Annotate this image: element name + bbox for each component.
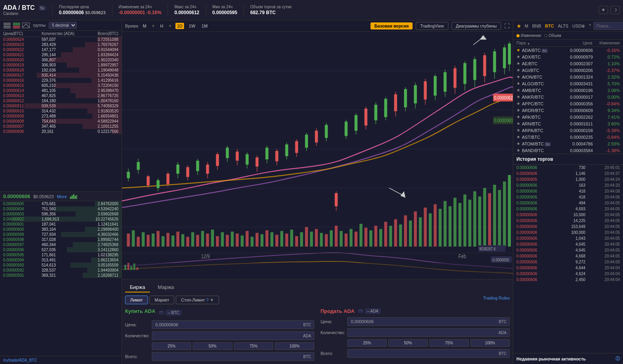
buy-order-row[interactable]: 0.00000591 369,321 2.18268711 bbox=[0, 273, 122, 278]
pair-star-icon[interactable]: ★ bbox=[516, 114, 520, 119]
ob-view-icon-1[interactable] bbox=[3, 22, 11, 29]
tradingview-btn[interactable]: TradingView bbox=[416, 22, 448, 30]
sell-order-row[interactable]: 0.00000613 467,825 2.86776725 bbox=[0, 93, 122, 98]
sell-25-btn[interactable]: 25% bbox=[347, 339, 387, 347]
pair-star-icon[interactable]: ★ bbox=[516, 61, 520, 66]
pair-list-item[interactable]: ★ AST/BTC 0.00000235 -0.84% bbox=[513, 134, 623, 140]
buy-order-row[interactable]: 0.00000596 527,035 3.14112860 bbox=[0, 247, 122, 252]
interval-m-btn[interactable]: М bbox=[141, 23, 148, 29]
sell-order-row[interactable]: 0.00000622 147,177 0.91544094 bbox=[0, 47, 122, 52]
pair-list-item[interactable]: ★ AMB/BTC 0.00000196 2.08% bbox=[513, 87, 623, 94]
pair-list-item[interactable]: ★ ANKR/BTC 0.00000017 0.00% bbox=[513, 94, 623, 100]
pair-list-item[interactable]: ★ ADA/BTC5x 0.00000606 -0.16% bbox=[513, 47, 623, 53]
pair-list-item[interactable]: ★ AGI/BTC 0.00000206 -2.37% bbox=[513, 67, 623, 74]
buy-order-row[interactable]: 0.00000598 317,028 1.89582744 bbox=[0, 237, 122, 242]
pair-star-icon[interactable]: ★ bbox=[516, 121, 520, 126]
favorites-star-icon[interactable]: ★ bbox=[516, 23, 522, 29]
buy-order-row[interactable]: 0.00000592 328,537 1.94493904 bbox=[0, 268, 122, 273]
change-radio[interactable]: Изменение bbox=[516, 33, 541, 38]
sell-order-row[interactable]: 0.00000618 192,636 1.19049048 bbox=[0, 68, 122, 73]
buy-order-row[interactable]: 0.00000597 460,344 2.74825368 bbox=[0, 242, 122, 247]
market-usd-btn[interactable]: USD⊕ bbox=[571, 23, 586, 29]
buy-order-row[interactable]: 0.00000605 470,681 2.84762005 bbox=[0, 201, 122, 206]
pair-list-item[interactable]: ★ APPC/BTC 0.00000356 -0.84% bbox=[513, 100, 623, 107]
buy-75-btn[interactable]: 75% bbox=[234, 342, 273, 350]
buy-total-input[interactable] bbox=[152, 352, 314, 361]
pair-star-icon[interactable]: ★ bbox=[516, 134, 520, 140]
trading-rules-link[interactable]: Trading Rules bbox=[483, 296, 510, 304]
interval-1d-btn[interactable]: 1D bbox=[175, 23, 184, 29]
book-bottom-link[interactable]: /ru/trade/ADA_BTC bbox=[0, 356, 122, 364]
buy-qty-input[interactable] bbox=[152, 331, 314, 340]
buy-order-row[interactable]: 0.00000595 171,661 1.02138295 bbox=[0, 252, 122, 257]
buy-100-btn[interactable]: 100% bbox=[275, 342, 314, 350]
bottom-link[interactable]: /ru/trade/ADA_BTC bbox=[3, 358, 37, 362]
pair-star-icon[interactable]: ★ bbox=[516, 101, 520, 106]
buy-25-btn[interactable]: 25% bbox=[152, 342, 191, 350]
ob-view-icon-3[interactable] bbox=[22, 22, 30, 29]
sell-order-row[interactable]: 0.00000615 605,210 3.72204150 bbox=[0, 83, 122, 88]
sell-75-btn[interactable]: 75% bbox=[429, 339, 469, 347]
sell-order-row[interactable]: 0.00000617 835,414 5.15450438 bbox=[0, 73, 122, 78]
sell-order-row[interactable]: 0.00000608 754,643 4.58822944 bbox=[0, 119, 122, 124]
sell-order-row[interactable]: 0.00000616 229,376 1.41295616 bbox=[0, 78, 122, 83]
sun-icon-btn[interactable]: ☀ bbox=[599, 6, 608, 14]
ob-view-icon-2[interactable] bbox=[13, 22, 20, 29]
market-m-btn[interactable]: M bbox=[523, 23, 530, 29]
sell-order-row[interactable]: 0.00000612 164,180 1.00478160 bbox=[0, 98, 122, 103]
pair-list-item[interactable]: ★ AION/BTC 0.00001324 2.32% bbox=[513, 74, 623, 80]
sell-50-btn[interactable]: 50% bbox=[388, 339, 428, 347]
buy-order-row[interactable]: 0.00000604 751,560 4.53942240 bbox=[0, 206, 122, 211]
pair-star-icon[interactable]: ★ bbox=[516, 141, 520, 146]
margin-tab[interactable]: Маржа bbox=[153, 283, 179, 292]
sell-price-input[interactable] bbox=[347, 317, 510, 326]
limit-order-btn[interactable]: Лимит bbox=[125, 296, 148, 304]
sell-order-row[interactable]: 0.00000620 306,807 1.90220340 bbox=[0, 57, 122, 63]
market-activity-info-icon[interactable]: ⓘ bbox=[616, 356, 620, 362]
basic-view-btn[interactable]: Базовая версия bbox=[370, 22, 413, 29]
buy-order-row[interactable]: 0.00000602 1,698,913 10.22745626 bbox=[0, 217, 122, 222]
pair-list-item[interactable]: ★ ADX/BTC 0.00000979 0.72% bbox=[513, 53, 623, 60]
market-order-btn[interactable]: Маркет bbox=[149, 296, 174, 304]
pair-list-item[interactable]: ★ ARDR/BTC 0.00000609 9.34% bbox=[513, 107, 623, 114]
sell-qty-input[interactable] bbox=[347, 328, 510, 337]
market-alts-btn[interactable]: ALTS bbox=[556, 23, 570, 29]
sell-order-row[interactable]: 0.00000610 314,432 1.91803520 bbox=[0, 108, 122, 114]
buy-price-input[interactable] bbox=[152, 320, 314, 329]
sell-order-row[interactable]: 0.00000607 347,465 2.10911255 bbox=[0, 124, 122, 129]
pair-star-icon[interactable]: ★ bbox=[516, 48, 520, 53]
pair-search-input[interactable] bbox=[594, 22, 623, 30]
buy-order-row[interactable]: 0.00000603 596,356 3.59602668 bbox=[0, 211, 122, 217]
pair-star-icon[interactable]: ★ bbox=[516, 108, 520, 113]
sell-total-input[interactable] bbox=[347, 349, 510, 358]
buy-order-row[interactable]: 0.00000594 313,491 1.86213654 bbox=[0, 257, 122, 263]
buy-order-row[interactable]: 0.00000601 187,041 1.12411641 bbox=[0, 222, 122, 227]
pair-star-icon[interactable]: ★ bbox=[516, 74, 520, 79]
sell-order-row[interactable]: 0.00000606 20,161 0.12217566 bbox=[0, 129, 122, 134]
buy-50-btn[interactable]: 50% bbox=[193, 342, 232, 350]
pair-star-icon[interactable]: ★ bbox=[516, 54, 520, 59]
market-btc-btn[interactable]: BTC bbox=[544, 23, 556, 29]
pair-list-item[interactable]: ★ ARK/BTC 0.00002262 7.41% bbox=[513, 114, 623, 120]
market-bnb-btn[interactable]: BNB bbox=[531, 23, 543, 29]
pair-star-icon[interactable]: ★ bbox=[516, 148, 520, 153]
pair-star-icon[interactable]: ★ bbox=[516, 81, 520, 86]
sell-order-row[interactable]: 0.00000614 481,105 2.95398470 bbox=[0, 88, 122, 93]
pair-col-header[interactable]: Пара ▲ bbox=[516, 41, 558, 45]
pair-list-item[interactable]: ★ ATOM/BTC5x 0.0004786 2.59% bbox=[513, 140, 623, 147]
buy-order-row[interactable]: 0.00000599 727,934 4.36032466 bbox=[0, 232, 122, 237]
pair-list-item[interactable]: ★ ARPA/BTC 0.00000158 -5.39% bbox=[513, 127, 623, 134]
pair-list-item[interactable]: ★ AE/BTC 0.00002307 1.10% bbox=[513, 60, 623, 67]
sell-order-row[interactable]: 0.00000619 306,903 1.89972957 bbox=[0, 63, 122, 68]
depth-chart-btn[interactable]: Диаграммы глубины bbox=[452, 22, 501, 30]
pair-list-item[interactable]: ★ ALGO/BTC 0.00003431 5.70% bbox=[513, 80, 623, 87]
moon-icon-btn[interactable]: ☽ bbox=[610, 6, 620, 14]
pair-star-icon[interactable]: ★ bbox=[516, 128, 520, 133]
pair-star-icon[interactable]: ★ bbox=[516, 94, 520, 99]
interval-h-btn[interactable]: Н bbox=[159, 23, 165, 29]
pair-list-item[interactable]: ★ BAND/BTC 0.00003584 -1.38% bbox=[513, 147, 623, 154]
more-link[interactable]: More bbox=[57, 194, 67, 199]
sell-order-row[interactable]: 0.00000611 939,539 5.74058329 bbox=[0, 103, 122, 108]
sell-order-row[interactable]: 0.00000623 283,429 1.76576267 bbox=[0, 42, 122, 47]
exchange-tab[interactable]: Биржа bbox=[125, 283, 150, 292]
